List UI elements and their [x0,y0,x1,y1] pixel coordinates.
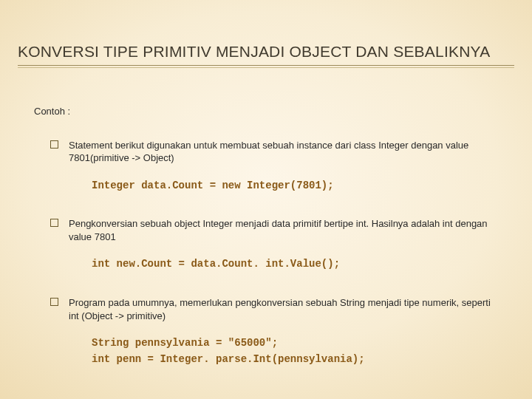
item-text: Statement berikut digunakan untuk membua… [69,139,498,165]
square-bullet-icon [50,140,58,149]
page-title: KONVERSI TIPE PRIMITIV MENJADI OBJECT DA… [18,43,514,61]
square-bullet-icon [50,219,58,227]
square-bullet-icon [50,298,58,306]
code-block: String pennsylvania = "65000"; int penn … [92,335,498,367]
code-line: Integer data.Count = new Integer(7801); [92,178,498,194]
code-line: int penn = Integer. parse.Int(pennsylvan… [92,352,498,368]
divider [18,65,514,66]
code-line: int new.Count = data.Count. int.Value(); [92,256,498,273]
code-line: String pennsylvania = "65000"; [92,335,498,352]
example-label: Contoh : [34,105,498,118]
code-block: Integer data.Count = new Integer(7801); [92,178,498,194]
header: KONVERSI TIPE PRIMITIV MENJADI OBJECT DA… [0,0,532,68]
list-item: Pengkonversian sebuah object Integer men… [34,217,498,243]
list-item: Statement berikut digunakan untuk membua… [34,139,498,165]
list-item: Program pada umumnya, memerlukan pengkon… [34,296,498,322]
code-block: int new.Count = data.Count. int.Value(); [92,256,498,273]
item-text: Pengkonversian sebuah object Integer men… [69,217,498,243]
content: Contoh : Statement berikut digunakan unt… [0,68,532,368]
item-text: Program pada umumnya, memerlukan pengkon… [69,296,498,322]
